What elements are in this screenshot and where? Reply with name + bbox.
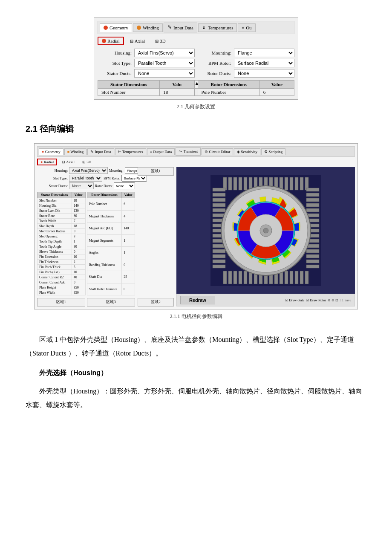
zoom-controls[interactable]: ⊕ ⊖ ⊡ ↕ 1:Save xyxy=(328,298,351,302)
large-sub-tab-bar: ● Radial ⊟ Axial ⊞ 3D xyxy=(37,159,355,165)
section-21-heading: 2.1 径向编辑 xyxy=(26,123,366,135)
screenshot-211: ● Geometry ■ Winding ✎ Input Data ⊨ Temp… xyxy=(34,143,358,309)
svg-rect-34 xyxy=(305,271,308,284)
zone2b-label: 区域2 xyxy=(138,298,174,306)
svg-rect-54 xyxy=(306,203,319,207)
svg-rect-36 xyxy=(213,193,225,197)
large-subtab-3d[interactable]: ⊞ 3D xyxy=(79,159,94,165)
svg-rect-4 xyxy=(239,177,242,190)
stator-ducts-select[interactable]: None xyxy=(134,69,195,78)
subtab-3d[interactable]: ⊞ 3D xyxy=(151,37,170,45)
table-row: Housing Dia140 xyxy=(37,203,86,208)
svg-rect-22 xyxy=(244,271,247,284)
main-content-area: Housing: Axial Fins(Servo) Mounting: Fla… xyxy=(37,167,355,306)
large-tab-sensitivity[interactable]: ◈ Sensitivity xyxy=(234,148,260,155)
subsection-housing-text: 外壳类型（Housing）：圆形外壳、方形外壳、伺服电机外壳、轴向散热片、径向散… xyxy=(26,384,366,412)
zone3-label: 区域3 xyxy=(87,298,135,306)
rotor-ducts-select[interactable]: None xyxy=(234,69,294,78)
large-housing-row: Housing: Axial Fins(Servo) Mounting: Fla… xyxy=(37,167,135,174)
housing-select[interactable]: Axial Fins(Servo) xyxy=(134,49,195,57)
svg-rect-52 xyxy=(306,193,319,197)
svg-rect-51 xyxy=(306,188,319,191)
svg-rect-35 xyxy=(213,188,225,191)
draw-plate-checkbox[interactable]: ☑ Draw-plate xyxy=(285,298,304,302)
large-tab-output[interactable]: ≡ Output Data xyxy=(147,148,175,155)
tables-container: Stator Dimensions Value Slot Number18 Ho… xyxy=(37,191,135,295)
table-row: Magnet Arc [ED]140 xyxy=(87,223,135,235)
table-row: Fin Pitch (Ext)10 xyxy=(37,270,86,275)
large-subtab-axial[interactable]: ⊟ Axial xyxy=(59,159,78,165)
table-row: Tooth Tip Angle30 xyxy=(37,244,86,249)
subsection-housing-heading: 外壳选择（Housing） xyxy=(39,369,366,378)
redraw-bar: Redraw ☑ Draw-plate ☑ Draw Rotor ⊕ ⊖ ⊡ ↕… xyxy=(176,294,355,306)
tab-winding[interactable]: Winding xyxy=(133,23,163,32)
large-rotor-ducts-select[interactable]: None xyxy=(114,182,135,189)
svg-rect-15 xyxy=(295,177,298,190)
svg-rect-16 xyxy=(300,177,303,190)
table-row: Slot Number 18 Pole Number 6 xyxy=(98,89,294,96)
svg-rect-13 xyxy=(285,177,288,190)
svg-rect-20 xyxy=(233,271,237,284)
figure-211-caption: 2.1.1 电机径向参数编辑 xyxy=(170,313,222,320)
subtab-axial[interactable]: ⊟ Axial xyxy=(126,37,149,45)
slot-type-row: Slot Type: Parallel Tooth BPM Rotor: Sur… xyxy=(98,59,294,67)
radial-dot-icon xyxy=(102,39,106,43)
input-data-icon: ✎ xyxy=(167,24,172,31)
tab-geometry[interactable]: Geometry xyxy=(100,23,132,32)
stator-ducts-row: Stator Ducts: None Rotor Ducts: None xyxy=(98,69,294,78)
zone-labels: 区域1 区域3 xyxy=(37,298,135,306)
bpm-rotor-select[interactable]: Surface Radial xyxy=(234,59,294,67)
large-tab-input[interactable]: ✎ Input Data xyxy=(87,148,114,155)
svg-rect-65 xyxy=(306,260,319,263)
large-subtab-radial[interactable]: ● Radial xyxy=(37,159,57,165)
large-stator-ducts-select[interactable]: None xyxy=(69,182,94,189)
large-tab-geometry[interactable]: ● Geometry xyxy=(39,148,63,155)
table-row: Angles1 xyxy=(87,247,135,259)
svg-point-73 xyxy=(263,228,268,233)
table-row: Slot Corner Radius0 xyxy=(37,229,86,234)
large-tab-transient[interactable]: 〜 Transient xyxy=(176,147,201,156)
table-row: Tooth Tip Depth1 xyxy=(37,239,86,244)
stator-dimensions-table: Stator Dimensions Value Slot Number18 Ho… xyxy=(37,192,86,295)
large-slot-select[interactable]: Parallel Tooth xyxy=(69,175,102,182)
large-housing-select[interactable]: Axial Fins(Servo) xyxy=(69,167,108,174)
svg-rect-18 xyxy=(223,271,227,284)
table-row: Shaft Hole Diameter0 xyxy=(87,283,135,295)
svg-rect-3 xyxy=(233,177,237,190)
table-row: Corner Cutout R240 xyxy=(37,275,86,280)
svg-rect-63 xyxy=(306,249,319,253)
large-main-tab-bar: ● Geometry ■ Winding ✎ Input Data ⊨ Temp… xyxy=(37,146,355,157)
dimensions-table-header: Stator Dimensions Valu ▲ Rotor Dimension… xyxy=(98,80,294,89)
svg-rect-5 xyxy=(244,177,247,190)
tab-input-data[interactable]: ✎ Input Data xyxy=(164,23,197,32)
motor-diagram xyxy=(210,175,321,286)
table-row: Slot Number18 xyxy=(37,198,86,203)
draw-rotor-checkbox[interactable]: ☑ Draw Rotor xyxy=(306,298,326,302)
table-row: Fin Thickness2 xyxy=(37,260,86,265)
large-tab-circuit[interactable]: ⊕ Circuit Editor xyxy=(202,148,233,155)
table-row: Shaft Dia25 xyxy=(87,271,135,283)
scroll-arrow[interactable]: ▲ xyxy=(195,81,198,88)
large-tab-winding[interactable]: ■ Winding xyxy=(64,148,87,155)
mid-panel: 区域1 区域2 xyxy=(138,167,174,306)
mounting-select[interactable]: Flange xyxy=(234,49,294,57)
tab-output[interactable]: ≡ Ou xyxy=(238,23,255,32)
subtab-radial[interactable]: Radial xyxy=(98,37,124,45)
svg-rect-30 xyxy=(285,271,288,284)
svg-rect-47 xyxy=(213,249,225,253)
table-row: Corner Cutout Add0 xyxy=(37,280,86,285)
mid-spacer xyxy=(138,177,174,296)
housing-row: Housing: Axial Fins(Servo) Mounting: Fla… xyxy=(98,49,294,57)
zone2-label: 区域1 xyxy=(138,167,174,176)
table-row: Plate Width350 xyxy=(37,290,86,295)
table-row: Sleeve Thickness0 xyxy=(37,249,86,254)
table-row: Slot Depth18 xyxy=(37,224,86,229)
tab-temperatures[interactable]: 🌡 Temperatures xyxy=(198,23,237,32)
slot-type-select[interactable]: Parallel Tooth xyxy=(134,59,195,67)
svg-rect-32 xyxy=(295,271,298,284)
large-tab-temps[interactable]: ⊨ Temperatures xyxy=(115,148,146,155)
redraw-button[interactable]: Redraw xyxy=(180,296,215,304)
large-tab-scripting[interactable]: ⚙ Scripting xyxy=(261,148,285,155)
3d-icon: ⊞ xyxy=(155,39,159,43)
right-panel: Redraw ☑ Draw-plate ☑ Draw Rotor ⊕ ⊖ ⊡ ↕… xyxy=(176,167,355,306)
